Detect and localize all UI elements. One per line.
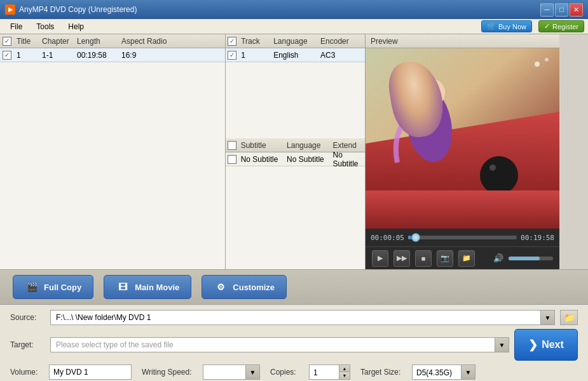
progress-thumb[interactable] <box>411 233 420 242</box>
subtitle-row-name: No Subtitle <box>238 155 284 164</box>
volume-input[interactable] <box>49 364 132 380</box>
copies-spin-down[interactable]: ▼ <box>339 372 350 379</box>
copy-toolbar: 🎬 Full Copy 🎞 Main Movie ⚙ Customize <box>0 269 588 305</box>
track-row-num: 1 <box>238 51 271 60</box>
source-combo-arrow[interactable]: ▼ <box>540 311 554 324</box>
target-combo-arrow[interactable]: ▼ <box>495 338 509 352</box>
row-check-1[interactable] <box>3 51 11 60</box>
maximize-button[interactable]: □ <box>555 3 568 17</box>
col-header-subtitle: Subtitle <box>238 141 284 150</box>
minimize-button[interactable]: ─ <box>540 3 554 17</box>
row-chapter: 1-1 <box>39 51 74 60</box>
col-header-track: Track <box>238 37 271 46</box>
menu-help[interactable]: Help <box>62 21 90 32</box>
header-check-title[interactable] <box>3 37 11 46</box>
buy-now-label: Buy Now <box>498 23 526 30</box>
source-folder-button[interactable]: 📁 <box>560 310 578 325</box>
target-size-group: Target Size: D5(4.35G) ▼ <box>360 364 475 380</box>
volume-fill <box>509 257 540 260</box>
track-subtitle-panel: Track Language Encoder 1 English AC3 Sub… <box>226 34 588 269</box>
copies-spinbox[interactable]: 1 ▲ ▼ <box>309 364 350 380</box>
svg-point-4 <box>480 156 518 194</box>
writing-speed-arrow[interactable]: ▼ <box>245 365 259 379</box>
next-button[interactable]: ❯ Next <box>514 329 578 361</box>
main-content: Title Chapter Length Aspect Radio 1 1-1 … <box>0 34 588 269</box>
menu-file[interactable]: File <box>4 21 29 32</box>
source-label: Source: <box>10 313 45 322</box>
main-movie-button[interactable]: 🎞 Main Movie <box>104 275 191 299</box>
col-header-extend: Extend <box>330 141 365 150</box>
next-arrow-icon: ❯ <box>528 338 538 352</box>
play-button[interactable]: ▶ <box>372 250 388 267</box>
preview-panel: Preview <box>366 34 559 269</box>
copies-spin-up[interactable]: ▲ <box>339 365 350 372</box>
table-row[interactable]: 1 1-1 00:19:58 16:9 <box>0 48 225 62</box>
target-size-arrow[interactable]: ▼ <box>461 365 475 379</box>
title-table-header: Title Chapter Length Aspect Radio <box>0 34 225 48</box>
track-row-enc: AC3 <box>318 51 365 60</box>
writing-speed-group: Writing Speed: ▼ <box>142 364 260 380</box>
writing-speed-combo[interactable]: ▼ <box>203 364 260 380</box>
customize-icon: ⚙ <box>214 280 228 294</box>
copies-value: 1 <box>310 365 339 379</box>
col-header-sub-lang: Language <box>284 141 330 150</box>
copies-spin-arrows: ▲ ▼ <box>339 365 350 379</box>
preview-time-start: 00:00:05 <box>371 234 404 242</box>
svg-point-5 <box>489 164 496 171</box>
app-icon: ▶ <box>5 4 15 15</box>
svg-point-3 <box>420 79 445 107</box>
screenshot-button[interactable]: 📷 <box>437 250 453 267</box>
col-header-track-lang: Language <box>271 37 318 46</box>
menu-bar-right: 🛒 Buy Now ✓ Register <box>481 20 584 32</box>
customize-button[interactable]: ⚙ Customize <box>202 275 287 299</box>
volume-row: Volume: Writing Speed: ▼ Copies: 1 ▲ ▼ T… <box>10 364 578 380</box>
buy-now-button[interactable]: 🛒 Buy Now <box>481 20 532 32</box>
volume-track[interactable] <box>509 257 553 260</box>
cart-icon: 🛒 <box>487 22 496 30</box>
target-size-combo[interactable]: D5(4.35G) ▼ <box>412 364 475 380</box>
copies-group: Copies: 1 ▲ ▼ <box>270 364 350 380</box>
svg-point-7 <box>545 58 549 62</box>
title-bar-controls: ─ □ ✕ <box>540 3 583 17</box>
track-row-check[interactable] <box>228 51 236 60</box>
title-table-panel: Title Chapter Length Aspect Radio 1 1-1 … <box>0 34 226 269</box>
row-title: 1 <box>14 51 39 60</box>
col-header-aspect: Aspect Radio <box>119 37 176 46</box>
fast-forward-button[interactable]: ▶▶ <box>393 250 410 267</box>
stop-button[interactable]: ■ <box>415 250 432 267</box>
writing-speed-label: Writing Speed: <box>142 368 199 377</box>
menu-bar: File Tools Help 🛒 Buy Now ✓ Register <box>0 19 588 34</box>
full-copy-button[interactable]: 🎬 Full Copy <box>13 275 93 299</box>
source-row: Source: F:\...\ \New folder\My DVD 1 ▼ 📁 <box>10 310 578 325</box>
preview-time-bar: 00:00:05 00:19:58 <box>366 229 559 246</box>
target-label: Target: <box>10 340 45 349</box>
source-value: F:\...\ \New folder\My DVD 1 <box>56 313 549 322</box>
customize-label: Customize <box>233 283 275 292</box>
bottom-settings: Source: F:\...\ \New folder\My DVD 1 ▼ 📁… <box>0 305 588 381</box>
subtitle-row-check[interactable] <box>228 155 236 164</box>
col-header-length: Length <box>74 37 119 46</box>
full-copy-label: Full Copy <box>44 283 81 292</box>
preview-image <box>366 48 559 207</box>
track-row[interactable]: 1 English AC3 <box>226 48 365 62</box>
register-icon: ✓ <box>544 22 550 30</box>
svg-point-6 <box>535 62 540 67</box>
subtitle-header-check[interactable] <box>228 141 236 150</box>
folder-open-button[interactable]: 📁 <box>458 250 475 267</box>
source-combo[interactable]: F:\...\ \New folder\My DVD 1 ▼ <box>50 310 555 325</box>
col-header-track-enc: Encoder <box>318 37 365 46</box>
subtitle-row[interactable]: No Subtitle No Subtitle No Subtitle <box>226 152 365 166</box>
preview-controls: ▶ ▶▶ ■ 📷 📁 🔊 <box>366 246 559 269</box>
close-button[interactable]: ✕ <box>570 3 583 17</box>
progress-track[interactable] <box>408 236 517 239</box>
menu-bar-left: File Tools Help <box>4 21 90 32</box>
volume-icon: 🔊 <box>493 253 503 263</box>
title-bar-left: ▶ AnyMP4 DVD Copy (Unregistered) <box>5 4 137 15</box>
register-label: Register <box>552 23 578 30</box>
preview-video <box>366 48 559 229</box>
title-bar: ▶ AnyMP4 DVD Copy (Unregistered) ─ □ ✕ <box>0 0 588 19</box>
track-header-check[interactable] <box>228 37 236 46</box>
target-combo[interactable]: Please select type of the saved file ▼ <box>50 337 509 352</box>
menu-tools[interactable]: Tools <box>30 21 60 32</box>
register-button[interactable]: ✓ Register <box>538 20 584 32</box>
